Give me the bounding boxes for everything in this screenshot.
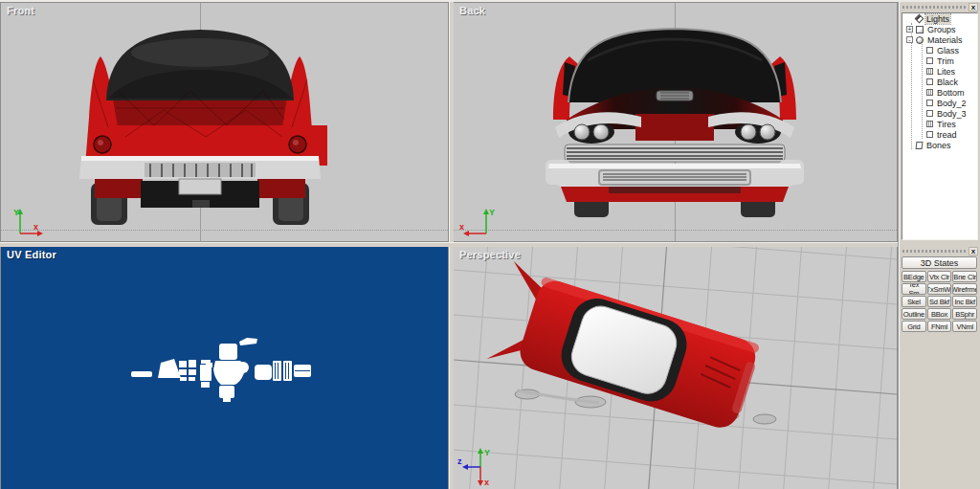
material-texture-icon	[926, 68, 933, 75]
tree-item-materials[interactable]: - Materials	[902, 34, 977, 45]
state-button[interactable]: BBox	[927, 308, 952, 320]
state-button[interactable]: FNml	[927, 321, 952, 332]
close-icon[interactable]: x	[969, 247, 978, 256]
tree-item-tires[interactable]: Tires	[902, 119, 977, 129]
state-button[interactable]: Tex Sm	[902, 283, 926, 295]
material-icon	[926, 78, 933, 85]
right-sidebar: x Lights + Groups - Materials	[898, 2, 980, 489]
tree-item-tread[interactable]: tread	[902, 129, 977, 140]
scene-tree-header[interactable]: x	[899, 2, 980, 11]
axis-z-label: z	[457, 456, 462, 466]
tree-item-body-3[interactable]: Body_3	[902, 108, 977, 119]
tree-item-bottom[interactable]: Bottom	[902, 87, 977, 98]
front-axis-gizmo: Y x	[5, 205, 47, 239]
material-icon	[926, 110, 933, 117]
panel-grabber[interactable]	[902, 6, 967, 9]
states-title: 3D States	[902, 256, 977, 269]
state-button[interactable]: Wirefrme	[952, 283, 977, 295]
bones-icon	[916, 142, 924, 149]
states-panel-header[interactable]: x	[899, 246, 980, 256]
tree-item-groups[interactable]: + Groups	[902, 24, 977, 34]
tree-item-bones[interactable]: Bones	[902, 140, 977, 150]
state-button[interactable]: Bne Clr	[952, 271, 977, 282]
car-front-valance	[561, 187, 789, 202]
state-button[interactable]: TxSmWr	[927, 283, 952, 295]
states-panel: x 3D States BEdgeVtx ClrBne ClrTex SmTxS…	[899, 246, 980, 332]
panel-grabber[interactable]	[902, 250, 967, 253]
scene-tree-panel: x Lights + Groups - Materials	[899, 2, 980, 244]
state-button[interactable]: BEdge	[902, 271, 926, 282]
viewport-front[interactable]: Front Y x	[0, 2, 449, 242]
state-button[interactable]: Skel	[902, 296, 926, 307]
state-button[interactable]: Outline	[902, 308, 926, 320]
viewport-perspective[interactable]: Perspective Y z x	[453, 246, 898, 489]
viewport-front-label: Front	[7, 5, 34, 16]
tree-item-lites[interactable]: Lites	[902, 66, 977, 77]
uv-islands	[1, 247, 448, 489]
scene-tree: Lights + Groups - Materials Glass	[902, 12, 978, 240]
state-button[interactable]: Vtx Clr	[927, 271, 952, 282]
tree-item-lights[interactable]: Lights	[902, 13, 977, 24]
material-icon	[926, 47, 933, 54]
state-button[interactable]: VNml	[952, 321, 977, 332]
tree-item-body-2[interactable]: Body_2	[902, 98, 977, 108]
light-icon	[915, 14, 924, 24]
state-button[interactable]: BSphr	[952, 308, 977, 320]
close-icon[interactable]: x	[969, 3, 978, 11]
car-front-view	[454, 3, 897, 241]
axis-x-label: x	[459, 222, 464, 232]
group-icon	[916, 26, 924, 33]
tree-item-black[interactable]: Black	[902, 77, 977, 87]
material-icon	[926, 57, 933, 64]
viewport-uv-editor[interactable]: UV Editor	[0, 246, 449, 489]
axis-y-label: Y	[13, 208, 19, 217]
viewport-perspective-label: Perspective	[459, 249, 521, 260]
expand-plus-icon[interactable]: +	[906, 26, 913, 33]
viewport-back[interactable]: Back Y x	[453, 2, 898, 242]
axis-y-label: Y	[484, 448, 490, 457]
axis-y-label: Y	[489, 208, 495, 217]
material-icon	[926, 100, 933, 106]
state-button[interactable]: Inc Bkf	[952, 296, 977, 307]
viewport-uv-label: UV Editor	[7, 249, 56, 260]
back-axis-gizmo: Y x	[457, 205, 503, 239]
splitter-horizontal[interactable]	[0, 242, 898, 247]
axis-x-label: x	[33, 222, 38, 232]
unwrap3d-window: Front Y x	[0, 0, 980, 489]
viewport-back-label: Back	[459, 5, 485, 16]
state-button[interactable]: Grid	[902, 321, 926, 332]
states-button-grid: BEdgeVtx ClrBne ClrTex SmTxSmWrWirefrmeS…	[899, 271, 980, 332]
collapse-minus-icon[interactable]: -	[906, 36, 913, 43]
perspective-scene	[454, 247, 897, 489]
perspective-axis-gizmo: Y z x	[457, 446, 501, 488]
materials-icon	[916, 36, 924, 44]
material-texture-icon	[926, 89, 933, 96]
tree-item-trim[interactable]: Trim	[902, 56, 977, 66]
car-front-nose	[555, 112, 794, 144]
car-front-grille	[565, 144, 785, 162]
material-icon	[926, 131, 933, 138]
axis-x-label: x	[484, 478, 489, 487]
car-front-bumper	[546, 160, 804, 187]
car-rear-roof	[106, 30, 294, 100]
car-rear-view	[1, 3, 448, 241]
tree-item-glass[interactable]: Glass	[902, 45, 977, 56]
state-button[interactable]: Sd Bkf	[927, 296, 952, 307]
car-rear-bumper	[79, 156, 321, 179]
material-texture-icon	[926, 121, 933, 127]
